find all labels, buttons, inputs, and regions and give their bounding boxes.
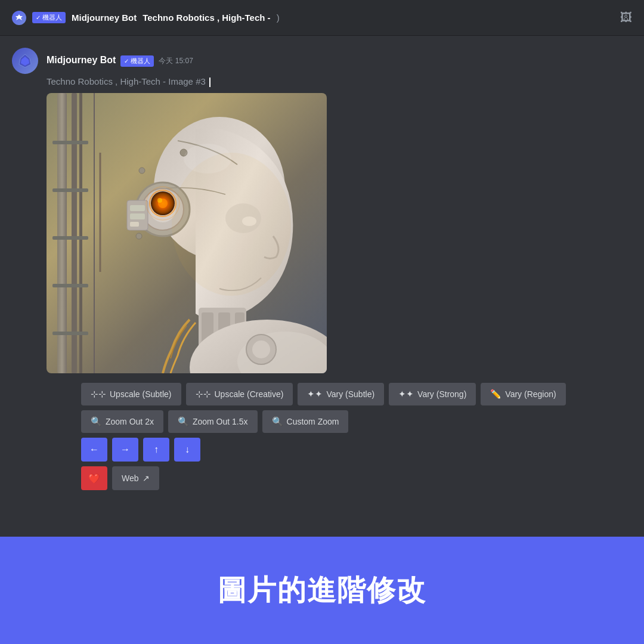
title-end: ) xyxy=(277,13,280,23)
svg-point-21 xyxy=(139,168,145,174)
arrow-down-icon: ↓ xyxy=(185,444,190,455)
heart-icon: ❤️ xyxy=(88,473,100,484)
vary-subtle-icon: ✦✦ xyxy=(307,389,323,400)
message-header: Midjourney Bot 機器人 今天 15:07 xyxy=(12,48,632,74)
svg-rect-4 xyxy=(72,93,77,373)
message-content: Techno Robotics , High-Tech - Image #3 xyxy=(12,76,632,490)
message-area: Midjourney Bot 機器人 今天 15:07 Techno Robot… xyxy=(0,36,644,507)
zoom-out-2x-button[interactable]: 🔍 Zoom Out 2x xyxy=(81,410,163,433)
upscale-subtle-button[interactable]: ⊹⊹ Upscale (Subtle) xyxy=(81,383,181,405)
robot-image[interactable] xyxy=(47,93,327,373)
timestamp: 今天 15:07 xyxy=(159,56,193,66)
svg-point-39 xyxy=(172,153,291,296)
svg-rect-26 xyxy=(130,222,139,227)
vary-subtle-button[interactable]: ✦✦ Vary (Subtle) xyxy=(298,383,384,405)
upscale-subtle-icon: ⊹⊹ xyxy=(91,389,106,400)
sender-name: Midjourney Bot xyxy=(47,55,116,66)
arrow-right-icon: → xyxy=(120,444,130,455)
arrow-up-icon: ↑ xyxy=(154,444,159,455)
svg-point-36 xyxy=(252,340,270,358)
title-bot-name: Midjourney Bot xyxy=(72,13,137,23)
button-row-3: ← → ↑ ↓ xyxy=(81,438,632,462)
vary-region-button[interactable]: ✏️ Vary (Region) xyxy=(481,383,565,405)
title-bar: 機器人 Midjourney Bot Techno Robotics , Hig… xyxy=(0,0,644,36)
web-external-icon: ↗ xyxy=(143,473,150,483)
web-button[interactable]: Web ↗ xyxy=(112,466,159,490)
bottom-section: 圖片的進階修改 xyxy=(0,537,644,644)
buttons-section: ⊹⊹ Upscale (Subtle) ⊹⊹ Upscale (Creative… xyxy=(47,383,632,490)
title-main: Techno Robotics , High-Tech - xyxy=(143,13,270,23)
arrow-left-button[interactable]: ← xyxy=(81,438,107,462)
cursor xyxy=(209,78,210,87)
svg-rect-9 xyxy=(52,284,88,287)
upscale-creative-button[interactable]: ⊹⊹ Upscale (Creative) xyxy=(186,383,293,405)
arrow-up-button[interactable]: ↑ xyxy=(143,438,169,462)
zoom-out-15x-button[interactable]: 🔍 Zoom Out 1.5x xyxy=(168,410,258,433)
vary-strong-icon: ✦✦ xyxy=(398,389,414,400)
zoom-15x-icon: 🔍 xyxy=(178,416,189,427)
arrow-down-button[interactable]: ↓ xyxy=(174,438,200,462)
vary-region-icon: ✏️ xyxy=(490,389,501,400)
sender-badge: 機器人 xyxy=(120,55,154,67)
svg-rect-5 xyxy=(79,93,82,373)
web-label: Web xyxy=(122,473,139,483)
svg-rect-7 xyxy=(52,188,88,192)
custom-zoom-icon: 🔍 xyxy=(272,416,283,427)
svg-rect-10 xyxy=(52,332,88,335)
svg-rect-3 xyxy=(57,93,67,373)
button-row-4: ❤️ Web ↗ xyxy=(81,466,632,490)
bottom-title: 圖片的進階修改 xyxy=(218,571,426,609)
custom-zoom-button[interactable]: 🔍 Custom Zoom xyxy=(262,410,349,433)
title-bot-badge: 機器人 xyxy=(32,12,66,23)
message-meta: Midjourney Bot 機器人 今天 15:07 xyxy=(47,55,193,67)
avatar-small xyxy=(12,11,26,25)
arrow-left-icon: ← xyxy=(89,444,99,455)
image-icon: 🖼 xyxy=(620,11,632,24)
svg-point-22 xyxy=(136,233,142,239)
svg-point-40 xyxy=(184,144,231,174)
svg-rect-8 xyxy=(52,236,88,240)
avatar xyxy=(12,48,38,74)
button-row-2: 🔍 Zoom Out 2x 🔍 Zoom Out 1.5x 🔍 Custom Z… xyxy=(81,410,632,433)
svg-rect-6 xyxy=(52,141,88,144)
arrow-right-button[interactable]: → xyxy=(112,438,138,462)
svg-rect-25 xyxy=(130,213,145,219)
heart-button[interactable]: ❤️ xyxy=(81,466,107,490)
svg-rect-24 xyxy=(130,205,145,211)
button-row-1: ⊹⊹ Upscale (Subtle) ⊹⊹ Upscale (Creative… xyxy=(81,383,632,405)
vary-strong-button[interactable]: ✦✦ Vary (Strong) xyxy=(389,383,476,405)
zoom-2x-icon: 🔍 xyxy=(91,416,102,427)
message-title: Techno Robotics , High-Tech - Image #3 xyxy=(47,76,632,87)
svg-point-19 xyxy=(157,198,162,203)
upscale-creative-icon: ⊹⊹ xyxy=(196,389,211,400)
